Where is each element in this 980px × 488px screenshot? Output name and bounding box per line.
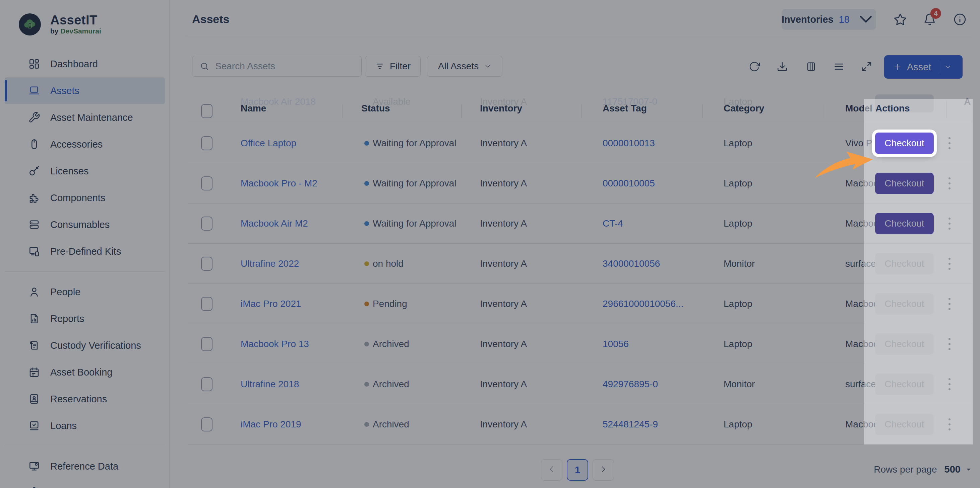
asset-name-link[interactable]: Macbook Pro - M2 [241, 178, 317, 189]
notifications-bell-icon[interactable]: 4 [923, 13, 936, 26]
pagination-next-button[interactable] [593, 459, 614, 481]
sidebar-item-licenses[interactable]: Licenses [0, 158, 170, 184]
asset-tag-link[interactable]: 10056 [603, 339, 629, 349]
row-checkbox[interactable] [201, 176, 213, 190]
asset-tag-link[interactable]: 0000010005 [603, 178, 655, 189]
sidebar-item-label: Components [50, 192, 105, 203]
expand-icon[interactable] [861, 61, 872, 72]
sidebar-item-consumables[interactable]: Consumables [0, 211, 170, 238]
sidebar-item-asset-booking[interactable]: Asset Booking [0, 359, 170, 386]
stack-icon [28, 219, 40, 231]
filter-button[interactable]: Filter [365, 56, 421, 77]
app-name: AssetIT [50, 13, 101, 27]
row-menu-icon[interactable] [946, 374, 953, 395]
select-all-checkbox[interactable] [201, 104, 213, 118]
asset-name-link[interactable]: Ultrafine 2022 [241, 258, 299, 269]
asset-tag-link[interactable]: 492976895-0 [603, 379, 658, 390]
sidebar-item-loans[interactable]: Loans [0, 412, 170, 439]
add-asset-label: Asset [907, 62, 931, 73]
category-cell: Laptop [724, 178, 752, 189]
table-row: Office Laptop Waiting for Approval Inven… [188, 123, 972, 163]
rows-per-page[interactable]: Rows per page 500 [874, 464, 972, 475]
notification-badge: 4 [931, 8, 941, 19]
inventories-count: 18 [839, 14, 850, 25]
checkout-button[interactable]: Checkout [875, 173, 934, 194]
asset-tag-link[interactable]: 0000010013 [603, 138, 655, 149]
download-icon[interactable] [776, 61, 788, 72]
pagination-page-1[interactable]: 1 [567, 459, 588, 481]
status-dot [364, 261, 369, 266]
calendar-icon [28, 366, 40, 378]
chevron-down-icon [856, 9, 876, 29]
asset-name-link[interactable]: Ultrafine 2018 [241, 379, 299, 390]
sidebar-item-reports[interactable]: Reports [0, 305, 170, 332]
checkout-button[interactable]: Checkout [875, 213, 934, 234]
status-dot [364, 181, 369, 186]
asset-name-link[interactable]: Office Laptop [241, 138, 296, 149]
filter-icon [375, 62, 384, 71]
checkout-button: Checkout [875, 333, 934, 355]
asset-name-link[interactable]: Macbook Air M2 [241, 218, 308, 229]
sidebar-item-settings[interactable]: Settings [0, 480, 170, 488]
model-cell: surface [845, 379, 876, 390]
asset-tag-link[interactable]: 524481245-9 [603, 419, 658, 430]
asset-scope-dropdown[interactable]: All Assets [427, 56, 503, 77]
app-logo: AssetIT by DevSamurai [19, 13, 101, 35]
pagination-prev-button[interactable] [541, 459, 562, 481]
inventory-cell: Inventory A [480, 258, 527, 269]
asset-name-link[interactable]: iMac Pro 2021 [241, 299, 301, 309]
sidebar-item-reference-data[interactable]: Reference Data [0, 453, 170, 480]
add-asset-button[interactable]: Asset [884, 55, 963, 79]
row-checkbox[interactable] [201, 337, 213, 351]
column-header-status: Status [361, 103, 390, 114]
row-menu-icon[interactable] [946, 333, 953, 355]
row-checkbox[interactable] [201, 417, 213, 431]
sidebar-item-asset-maintenance[interactable]: Asset Maintenance [0, 104, 170, 131]
address-book-icon [28, 393, 40, 405]
inventories-dropdown[interactable]: Inventories 18 [781, 9, 876, 30]
sidebar-item-people[interactable]: People [0, 279, 170, 305]
sidebar-item-dashboard[interactable]: Dashboard [0, 51, 170, 77]
sidebar-item-pre-defined-kits[interactable]: Pre-Defined Kits [0, 238, 170, 265]
asset-name-link[interactable]: iMac Pro 2019 [241, 419, 301, 430]
favorite-star-icon[interactable] [894, 13, 907, 26]
sidebar-item-assets[interactable]: Assets [5, 77, 165, 104]
checkout-button[interactable]: Checkout [875, 133, 934, 154]
asset-tag-link[interactable]: 29661000010056... [603, 299, 683, 309]
row-menu-icon[interactable] [946, 173, 953, 194]
table-row: Macbook Pro - M2 Waiting for Approval In… [188, 163, 972, 203]
sidebar-item-components[interactable]: Components [0, 184, 170, 211]
inventory-cell: Inventory A [480, 299, 527, 309]
row-checkbox[interactable] [201, 217, 213, 231]
sidebar-item-reservations[interactable]: Reservations [0, 386, 170, 412]
status-text: Archived [373, 379, 458, 390]
columns-icon[interactable] [805, 61, 817, 72]
sidebar-item-custody-verifications[interactable]: Custody Verifications [0, 332, 170, 359]
chevron-down-icon [484, 63, 492, 70]
checkout-button: Checkout [875, 414, 934, 435]
row-menu-icon[interactable] [946, 293, 953, 315]
row-checkbox[interactable] [201, 377, 213, 391]
category-cell: Laptop [724, 218, 752, 229]
sidebar-item-label: Consumables [50, 219, 110, 230]
density-icon[interactable] [833, 61, 845, 72]
sidebar-item-label: Assets [50, 86, 80, 97]
sidebar-divider [5, 446, 165, 446]
sidebar-item-accessories[interactable]: Accessories [0, 131, 170, 158]
asset-tag-link[interactable]: 34000010056 [603, 258, 660, 269]
row-menu-icon[interactable] [946, 213, 953, 234]
asset-tag-link[interactable]: CT-4 [603, 218, 623, 229]
row-menu-icon[interactable] [946, 133, 953, 154]
row-checkbox[interactable] [201, 136, 213, 150]
sidebar-item-label: Reports [50, 313, 84, 324]
row-checkbox[interactable] [201, 297, 213, 311]
search-input[interactable]: Search Assets [192, 56, 362, 77]
asset-name-link[interactable]: Macbook Pro 13 [241, 339, 309, 349]
info-icon[interactable] [953, 13, 967, 26]
row-checkbox[interactable] [201, 257, 213, 271]
table-row: iMac Pro 2019 Archived Inventory A 52448… [188, 404, 972, 445]
status-dot [364, 422, 369, 427]
row-menu-icon[interactable] [946, 414, 953, 435]
refresh-icon[interactable] [749, 61, 760, 72]
row-menu-icon[interactable] [946, 253, 953, 274]
